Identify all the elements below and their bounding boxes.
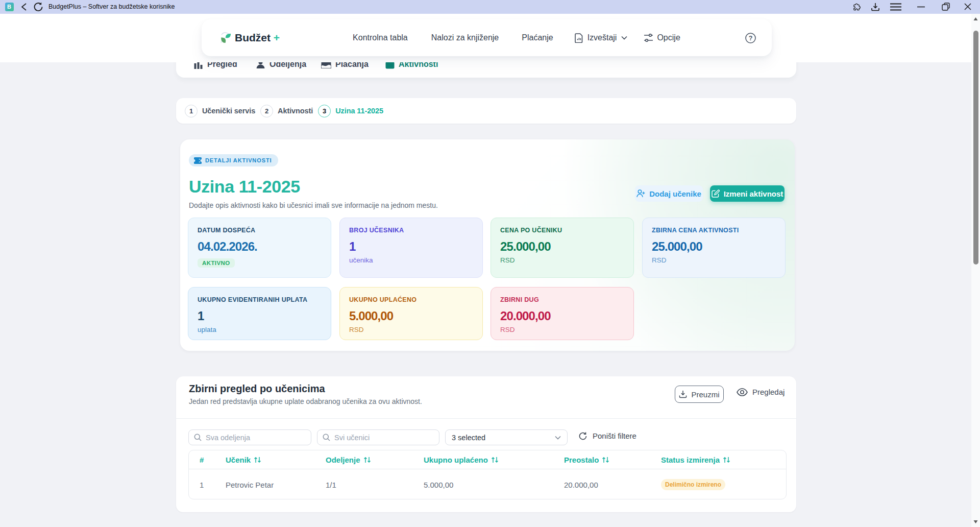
svg-text:?: ? — [749, 35, 753, 42]
